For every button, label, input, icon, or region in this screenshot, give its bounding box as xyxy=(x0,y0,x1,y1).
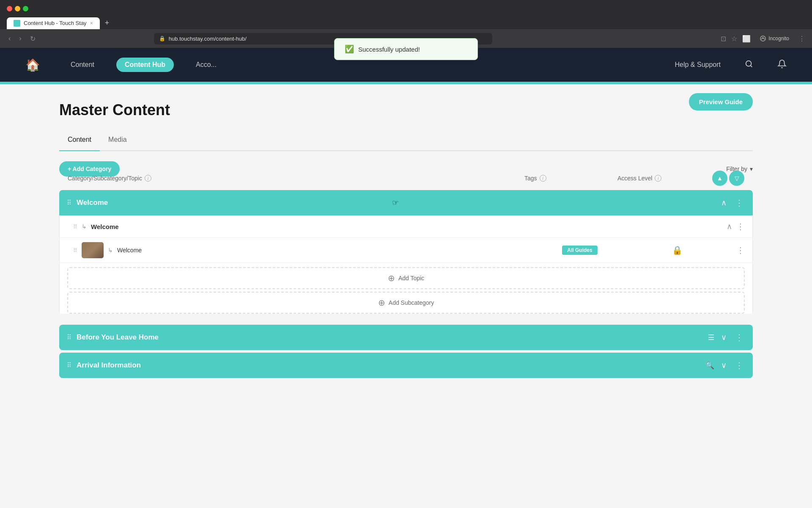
category-arrival-header[interactable]: ⠿ Arrival Information 🔍 ∨ ⋮ xyxy=(59,353,753,378)
nav-item-guides[interactable]: Content xyxy=(66,58,99,72)
page-title: Master Content xyxy=(59,101,753,119)
category-arrival: ⠿ Arrival Information 🔍 ∨ ⋮ xyxy=(59,353,753,378)
subcategory-welcome-header[interactable]: ⠿ ↳ Welcome ∧ ⋮ xyxy=(60,215,752,238)
browser-tab-close-btn[interactable]: × xyxy=(90,20,93,26)
svg-point-1 xyxy=(760,36,765,41)
category-arrival-drag-handle[interactable]: ⠿ xyxy=(67,362,71,369)
category-before-more-btn[interactable]: ⋮ xyxy=(733,331,745,344)
category-drag-handle[interactable]: ⠿ xyxy=(67,199,71,207)
topic-more-btn[interactable]: ⋮ xyxy=(736,245,745,255)
topic-welcome-title[interactable]: Welcome xyxy=(117,247,529,254)
category-before-you-leave: ⠿ Before You Leave Home ☰ ∨ ⋮ xyxy=(59,325,753,350)
browser-back-btn[interactable]: ‹ xyxy=(7,33,12,44)
category-arrival-more-btn[interactable]: ⋮ xyxy=(733,359,745,372)
subcategory-arrow-icon: ↳ xyxy=(82,223,87,230)
tags-info-icon: i xyxy=(540,175,546,182)
svg-point-2 xyxy=(763,37,763,38)
col-sort-btns: ▲ ▽ xyxy=(710,171,744,186)
col-category-label: Category/Subcategory/Topic xyxy=(68,175,142,182)
category-before-header[interactable]: ⠿ Before You Leave Home ☰ ∨ ⋮ xyxy=(59,325,753,350)
subcategory-more-btn[interactable]: ⋮ xyxy=(736,221,745,232)
access-info-icon: i xyxy=(655,175,661,182)
category-arrival-title: Arrival Information xyxy=(77,361,700,370)
subcategory-drag-handle[interactable]: ⠿ xyxy=(73,224,77,230)
toast-container: ✅ Successfully updated! xyxy=(334,38,478,60)
traffic-light-fullscreen[interactable] xyxy=(23,6,28,11)
add-topic-btn[interactable]: ⊕ Add Topic xyxy=(67,267,745,289)
category-info-icon: i xyxy=(145,175,151,182)
add-topic-circle-icon: ⊕ xyxy=(388,273,395,283)
browser-tab-favicon xyxy=(14,20,20,27)
address-lock-icon: 🔒 xyxy=(159,36,165,41)
content-tabs: Content Media Preview Guide xyxy=(59,132,753,151)
category-before-title: Before You Leave Home xyxy=(77,333,703,342)
browser-forward-btn[interactable]: › xyxy=(17,33,23,44)
nav-item-acco[interactable]: Acco... xyxy=(191,58,222,72)
tab-content[interactable]: Content xyxy=(59,132,100,151)
topic-welcome-row: ⠿ ↳ Welcome All Guides 🔒 ⋮ xyxy=(60,238,752,263)
topic-thumbnail xyxy=(82,242,104,258)
tab-media[interactable]: Media xyxy=(100,132,135,151)
browser-tab-title: Content Hub - Touch Stay xyxy=(24,20,87,26)
incognito-badge: Incognito xyxy=(756,34,793,43)
topic-more-menu: ⋮ xyxy=(728,245,745,255)
category-welcome-more-btn[interactable]: ⋮ xyxy=(733,196,745,210)
add-subcategory-circle-icon: ⊕ xyxy=(378,298,385,308)
col-tags-label: Tags xyxy=(524,175,537,182)
browser-tab-bar: Content Hub - Touch Stay × + xyxy=(0,17,812,29)
lock-icon: 🔒 xyxy=(672,245,683,255)
browser-tab-active[interactable]: Content Hub - Touch Stay × xyxy=(7,17,100,29)
filter-chevron-icon: ▾ xyxy=(750,166,753,172)
search-icon: 🔍 xyxy=(705,361,714,370)
nav-item-content-hub[interactable]: Content Hub xyxy=(116,58,174,72)
add-subcategory-btn[interactable]: ⊕ Add Subcategory xyxy=(67,292,745,314)
col-access-label: Access Level xyxy=(617,175,652,182)
traffic-light-close[interactable] xyxy=(7,6,12,11)
app-logo: 🏠 xyxy=(25,58,40,72)
category-before-expand-btn[interactable]: ∨ xyxy=(719,331,728,344)
category-welcome: ⠿ Welcome ☞ ∧ ⋮ ⠿ ↳ Welcome ∧ ⋮ ⠿ ↳ Welc… xyxy=(59,190,753,322)
browser-actions: ⊡ ☆ ⬜ Incognito ⋮ xyxy=(721,34,805,43)
browser-titlebar xyxy=(0,0,812,17)
traffic-lights xyxy=(7,6,28,11)
topic-arrow-icon: ↳ xyxy=(108,247,113,254)
add-subcategory-label: Add Subcategory xyxy=(389,299,434,306)
address-url-text: hub.touchstay.com/content-hub/ xyxy=(169,36,247,42)
col-header-category: Category/Subcategory/Topic i xyxy=(68,175,524,182)
toast-message: Successfully updated! xyxy=(358,46,420,53)
category-arrival-expand-btn[interactable]: ∨ xyxy=(719,359,728,372)
hand-pointer-icon: ☞ xyxy=(392,198,399,207)
tag-all-guides: All Guides xyxy=(562,246,597,255)
svg-point-3 xyxy=(746,61,752,66)
browser-extensions-icon[interactable]: ⬜ xyxy=(742,35,751,43)
add-topic-label: Add Topic xyxy=(398,275,424,282)
subcategory-welcome-title: Welcome xyxy=(91,223,722,230)
browser-bookmark-icon[interactable]: ☆ xyxy=(731,35,737,43)
table-header: Category/Subcategory/Topic i Tags i Acce… xyxy=(59,166,753,190)
browser-cast-icon[interactable]: ⊡ xyxy=(721,35,726,43)
browser-menu-icon[interactable]: ⋮ xyxy=(798,35,805,43)
topic-access-level: 🔒 xyxy=(631,245,724,255)
incognito-label: Incognito xyxy=(768,36,789,41)
nav-search-btn[interactable] xyxy=(744,59,754,71)
topic-tags: All Guides xyxy=(533,246,626,255)
subcategory-welcome: ⠿ ↳ Welcome ∧ ⋮ ⠿ ↳ Welcome All Guides 🔒 xyxy=(59,215,753,314)
nav-help-link[interactable]: Help & Support xyxy=(675,61,721,69)
success-toast: ✅ Successfully updated! xyxy=(334,38,478,60)
toast-check-icon: ✅ xyxy=(345,44,354,54)
category-welcome-title: Welcome xyxy=(77,199,387,207)
category-before-drag-handle[interactable]: ⠿ xyxy=(67,334,71,341)
traffic-light-minimize[interactable] xyxy=(15,6,20,11)
sort-down-btn[interactable]: ▽ xyxy=(729,171,744,186)
preview-guide-btn[interactable]: Preview Guide xyxy=(689,93,753,110)
browser-new-tab-btn[interactable]: + xyxy=(102,17,113,29)
nav-notification-btn[interactable] xyxy=(777,59,787,71)
topic-drag-handle[interactable]: ⠿ xyxy=(73,247,77,254)
category-welcome-header[interactable]: ⠿ Welcome ☞ ∧ ⋮ xyxy=(59,190,753,215)
sort-up-btn[interactable]: ▲ xyxy=(712,171,727,186)
browser-reload-btn[interactable]: ↻ xyxy=(28,33,37,44)
add-category-btn[interactable]: + Add Category xyxy=(59,161,120,177)
svg-rect-0 xyxy=(15,21,19,25)
subcategory-collapse-btn[interactable]: ∧ xyxy=(727,222,732,231)
category-welcome-collapse-btn[interactable]: ∧ xyxy=(719,196,728,209)
